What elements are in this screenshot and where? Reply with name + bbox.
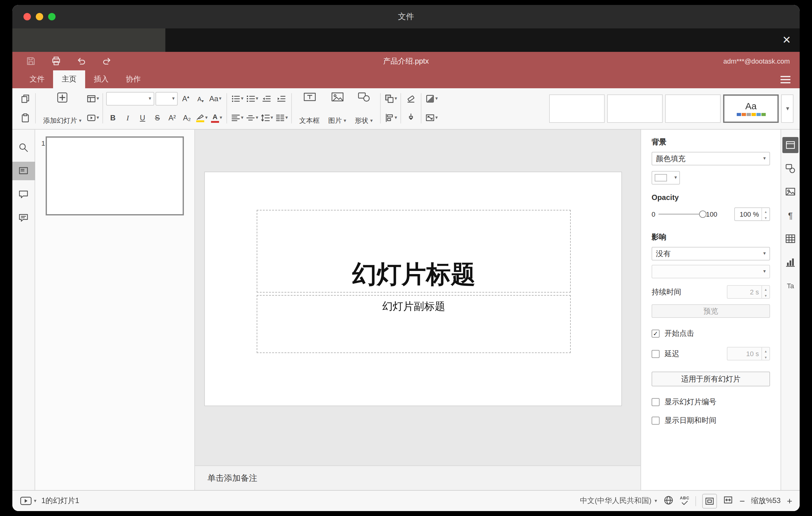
apply-to-all-button[interactable]: 适用于所有幻灯片: [651, 372, 770, 386]
subtitle-placeholder[interactable]: 幻灯片副标题: [257, 295, 571, 353]
delay-checkbox[interactable]: [651, 350, 660, 358]
numbering-icon[interactable]: ▾: [245, 91, 259, 106]
effect-select[interactable]: 没有▾: [651, 247, 770, 260]
notes-placeholder: 单击添加备注: [207, 472, 257, 484]
line-spacing-icon[interactable]: ▾: [260, 111, 273, 125]
add-slide-button[interactable]: 添加幻灯片▾: [39, 90, 86, 126]
table-settings-icon[interactable]: [782, 231, 799, 247]
paragraph-settings-icon[interactable]: ¶: [782, 207, 799, 224]
maximize-traffic-button[interactable]: [48, 13, 56, 20]
title-placeholder[interactable]: 幻灯片标题: [257, 210, 571, 292]
opacity-slider[interactable]: [658, 213, 703, 215]
opacity-input[interactable]: 100 % ▴▾: [734, 207, 770, 221]
search-icon[interactable]: [12, 138, 35, 157]
tab-home[interactable]: 主页: [53, 70, 85, 88]
copy-style-icon[interactable]: [404, 111, 418, 125]
theme-tile-2[interactable]: [607, 94, 663, 122]
background-color-select[interactable]: ▾: [651, 171, 680, 184]
fit-slide-icon[interactable]: [702, 493, 717, 508]
close-traffic-button[interactable]: [24, 13, 31, 20]
comments-icon[interactable]: [12, 185, 35, 204]
show-slide-number-checkbox[interactable]: [651, 398, 660, 406]
window-title: 文件: [12, 11, 800, 22]
underline-button[interactable]: U: [136, 111, 149, 125]
start-slideshow-icon[interactable]: ▾: [86, 111, 99, 125]
slides-panel-icon[interactable]: [12, 162, 35, 180]
start-slideshow-button[interactable]: ▾: [20, 496, 36, 506]
opacity-spinner[interactable]: ▴▾: [761, 208, 770, 220]
slide[interactable]: 幻灯片标题 幻灯片副标题: [204, 172, 622, 406]
text-box-button[interactable]: 文本框: [295, 90, 324, 126]
duration-spinner[interactable]: ▴▾: [761, 286, 770, 298]
highlight-color-icon[interactable]: ▾: [195, 111, 208, 125]
undo-icon[interactable]: [77, 56, 86, 66]
save-icon[interactable]: [26, 56, 36, 66]
change-case-icon[interactable]: Aa▾: [208, 91, 222, 106]
font-size-combo[interactable]: ▾: [155, 92, 178, 106]
redo-icon[interactable]: [102, 56, 112, 66]
theme-gallery-expand-icon[interactable]: ▾: [781, 94, 793, 122]
theme-tile-selected[interactable]: Aa: [723, 94, 779, 122]
theme-tile-1[interactable]: [549, 94, 605, 122]
decrease-font-icon[interactable]: A▾: [194, 91, 207, 106]
tab-collaboration[interactable]: 协作: [117, 70, 149, 88]
menu-icon[interactable]: [781, 76, 790, 83]
fit-width-icon[interactable]: [723, 495, 733, 507]
slide-settings-icon[interactable]: [782, 137, 799, 153]
horizontal-align-icon[interactable]: ▾: [230, 111, 244, 125]
slide-settings-panel: 背景 颜色填充▾ ▾ Opacity 0 100 100 % ▴▾: [640, 130, 781, 490]
background-fill-select[interactable]: 颜色填充▾: [651, 152, 770, 165]
paste-icon[interactable]: [19, 111, 32, 125]
language-selector[interactable]: 中文(中华人民共和国)▾: [580, 496, 657, 506]
notes-area[interactable]: 单击添加备注: [195, 465, 640, 490]
bold-button[interactable]: B: [106, 111, 120, 125]
start-on-click-checkbox[interactable]: ✓: [651, 329, 660, 338]
copy-icon[interactable]: [19, 91, 32, 106]
fill-color-icon[interactable]: ▾: [425, 91, 438, 106]
font-color-icon[interactable]: A▾: [210, 111, 223, 125]
strikeout-button[interactable]: S: [150, 111, 164, 125]
print-icon[interactable]: [51, 56, 61, 66]
spell-check-icon[interactable]: ABC: [680, 496, 690, 506]
minimize-traffic-button[interactable]: [36, 13, 43, 20]
zoom-in-icon[interactable]: +: [787, 496, 792, 506]
clear-style-icon[interactable]: [404, 91, 418, 106]
image-button[interactable]: 图片▾: [324, 90, 350, 126]
delay-spinner[interactable]: ▴▾: [761, 347, 770, 360]
slide-canvas[interactable]: 幻灯片标题 幻灯片副标题: [195, 130, 640, 465]
subscript-button[interactable]: A₂: [180, 111, 194, 125]
text-art-settings-icon[interactable]: Ta: [782, 278, 799, 294]
slide-layout-icon[interactable]: ▾: [86, 91, 99, 106]
decrease-indent-icon[interactable]: [260, 91, 273, 106]
duration-input[interactable]: 2 s ▴▾: [727, 285, 770, 299]
align-shape-icon[interactable]: ▾: [384, 111, 397, 125]
font-name-combo[interactable]: ▾: [106, 92, 154, 106]
tab-file[interactable]: 文件: [21, 70, 53, 88]
zoom-out-icon[interactable]: −: [740, 496, 745, 506]
globe-icon[interactable]: [663, 495, 674, 507]
image-settings-icon[interactable]: [782, 184, 799, 200]
arrange-shape-icon[interactable]: ▾: [384, 91, 397, 106]
columns-icon[interactable]: ▾: [274, 111, 288, 125]
increase-font-icon[interactable]: A▴: [179, 91, 193, 106]
preview-button[interactable]: 预览: [651, 304, 770, 318]
effect-type-select[interactable]: ▾: [651, 265, 770, 278]
bullets-icon[interactable]: ▾: [230, 91, 244, 106]
shape-settings-icon[interactable]: [782, 161, 799, 176]
opacity-slider-knob[interactable]: [699, 210, 706, 218]
italic-button[interactable]: I: [121, 111, 135, 125]
feedback-icon[interactable]: [12, 209, 35, 227]
increase-indent-icon[interactable]: [274, 91, 288, 106]
shape-button[interactable]: 形状▾: [350, 90, 377, 126]
vertical-align-icon[interactable]: ▾: [245, 111, 259, 125]
slide-size-icon[interactable]: ▾: [425, 111, 438, 125]
slide-thumbnail[interactable]: [46, 136, 184, 216]
chart-settings-icon[interactable]: [782, 254, 799, 270]
close-icon[interactable]: ✕: [782, 35, 791, 46]
superscript-button[interactable]: A²: [165, 111, 179, 125]
delay-input[interactable]: 10 s ▴▾: [727, 347, 770, 361]
tab-insert[interactable]: 插入: [85, 70, 117, 88]
show-date-time-checkbox[interactable]: [651, 417, 660, 425]
theme-tile-3[interactable]: [665, 94, 721, 122]
slide-thumbnails-panel: 1: [35, 130, 195, 490]
